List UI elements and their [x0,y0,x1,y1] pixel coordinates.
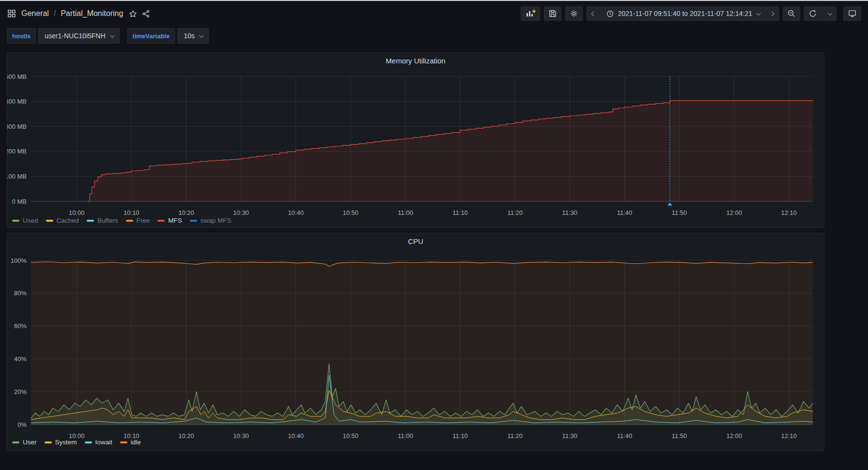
gear-icon [570,9,578,18]
save-dashboard-button[interactable] [544,6,561,21]
variable-hostls: hostls user1-NUC10i5FNH [7,28,120,44]
time-range-back-button[interactable] [587,6,601,21]
variable-hostls-selected: user1-NUC10i5FNH [45,32,105,40]
chevron-down-icon [827,11,832,15]
y-axis-label: 0% [17,421,27,428]
legend-label: Cached [57,217,79,224]
y-axis-label: 200 MB [7,148,27,155]
legend-swatch [12,220,19,222]
y-axis-label: 100% [11,257,27,264]
zoom-out-button[interactable] [783,6,800,21]
kiosk-mode-button[interactable] [843,6,861,21]
x-axis-label: 11:00 [398,209,413,216]
x-axis-label: 10:50 [343,209,359,216]
monitor-icon [848,9,857,18]
legend-item-iowait[interactable]: Iowait [85,439,112,446]
refresh-button[interactable] [804,6,822,21]
clock-icon [606,10,614,18]
legend-swatch [85,441,92,443]
top-navigation-bar: General / Partial_Monitoring [0,1,868,26]
legend-item-swap-mfs[interactable]: swap MFS [190,217,232,224]
memory-chart-plot[interactable]: 0 MB100 MB200 MB300 MB400 MB500 MB10:001… [7,68,825,220]
time-range-forward-button[interactable] [764,6,779,21]
x-axis-label: 11:40 [617,432,633,440]
variable-timevariable-selected: 10s [184,32,195,40]
y-axis-label: 20% [14,388,27,395]
save-icon [548,9,557,18]
breadcrumb-page[interactable]: Partial_Monitoring [61,9,123,18]
x-axis-label: 10:40 [288,432,304,440]
chevron-down-icon [199,33,204,38]
cpu-chart-legend: UserSystemIowaitidle [12,439,141,446]
x-axis-label: 11:30 [562,209,578,216]
add-panel-icon [525,9,536,18]
legend-swatch [46,220,53,222]
x-axis-label: 11:50 [672,432,687,440]
legend-label: swap MFS [201,217,232,224]
x-axis-label: 11:10 [452,432,468,440]
y-axis-label: 400 MB [7,98,27,105]
legend-item-system[interactable]: System [45,439,77,446]
y-axis-label: 100 MB [7,173,27,180]
time-range-button[interactable]: 2021-11-07 09:51:40 to 2021-11-07 12:14:… [602,6,764,21]
x-axis-label: 10:00 [69,209,85,216]
legend-item-free[interactable]: Free [126,217,150,224]
legend-swatch [45,441,52,443]
chevron-left-icon [591,11,596,16]
x-axis-label: 10:10 [124,209,140,216]
legend-swatch [87,220,94,222]
variable-timevariable-label: timeVariable [127,28,175,44]
x-axis-label: 12:10 [781,432,797,440]
panel-memory-utilization: Memory Utilization 0 MB100 MB200 MB300 M… [7,52,824,228]
dashboard-settings-button[interactable] [565,6,583,21]
dashboard-variables-row: hostls user1-NUC10i5FNH timeVariable 10s [7,28,209,44]
x-axis-label: 10:20 [178,432,194,440]
refresh-icon [808,9,817,18]
breadcrumb-section[interactable]: General [21,9,49,18]
panel-title-cpu[interactable]: CPU [7,237,824,245]
y-axis-label: 60% [14,322,27,330]
time-picker-group: 2021-11-07 09:51:40 to 2021-11-07 12:14:… [587,6,779,21]
dashboards-grid-icon[interactable] [7,9,16,18]
legend-item-used[interactable]: Used [12,217,38,224]
x-axis-label: 12:00 [726,209,742,216]
x-axis-label: 12:00 [726,432,742,440]
time-range-text: 2021-11-07 09:51:40 to 2021-11-07 12:14:… [618,10,752,17]
favorite-star-icon[interactable] [129,10,137,18]
legend-item-cached[interactable]: Cached [46,217,79,224]
cpu-chart-plot[interactable]: 0%20%40%60%80%100%10:0010:1010:2010:3010… [7,249,825,442]
x-axis-label: 10:30 [233,209,249,216]
variable-hostls-value[interactable]: user1-NUC10i5FNH [38,28,119,44]
legend-item-user[interactable]: User [12,439,37,446]
y-axis-label: 500 MB [7,73,27,80]
CPU-svg: 0%20%40%60%80%100%10:0010:1010:2010:3010… [7,249,825,440]
legend-item-buffers[interactable]: Buffers [87,217,118,224]
legend-swatch [126,220,133,222]
zoom-out-icon [787,9,796,18]
panel-cpu: CPU 0%20%40%60%80%100%10:0010:1010:2010:… [7,233,824,451]
chevron-down-icon [110,33,115,38]
y-axis-label: 0 MB [12,198,27,205]
variable-hostls-label: hostls [7,28,36,44]
legend-swatch [120,441,127,443]
add-panel-button[interactable] [521,6,540,21]
annotation-marker[interactable] [667,202,672,206]
x-axis-label: 10:40 [288,209,304,216]
share-icon[interactable] [142,10,150,18]
legend-item-mfs[interactable]: MFS [157,217,182,224]
legend-label: System [55,439,77,446]
refresh-group [804,6,837,21]
legend-item-idle[interactable]: idle [120,439,141,446]
x-axis-label: 11:20 [507,209,523,216]
legend-label: MFS [168,217,182,224]
x-axis-label: 12:10 [781,209,797,216]
y-axis-label: 40% [14,355,27,363]
refresh-interval-button[interactable] [822,6,837,21]
Memory Utilization-svg: 0 MB100 MB200 MB300 MB400 MB500 MB10:001… [7,68,825,218]
x-axis-label: 11:00 [398,432,413,440]
x-axis-label: 11:10 [452,209,468,216]
x-axis-label: 11:50 [672,209,687,216]
legend-label: Buffers [97,217,118,224]
variable-timevariable-value[interactable]: 10s [177,28,209,44]
panel-title-memory[interactable]: Memory Utilization [7,57,824,65]
